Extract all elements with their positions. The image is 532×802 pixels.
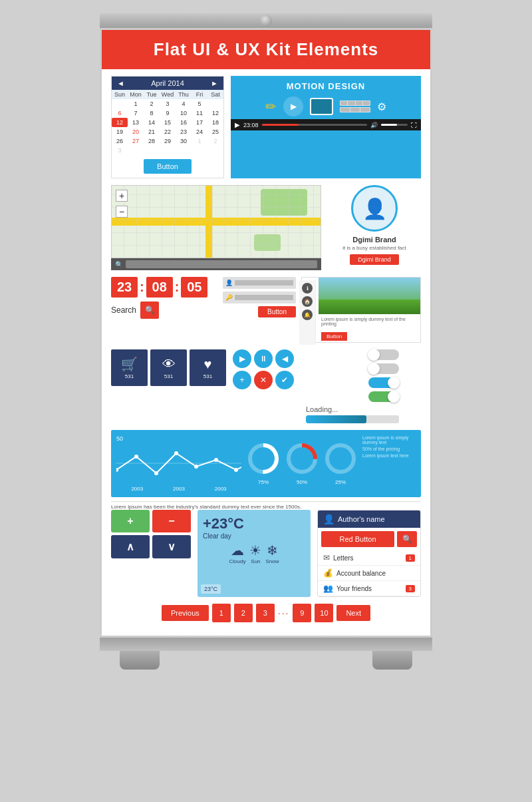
next-button[interactable]: Next [336, 605, 370, 621]
info-img-grass [319, 300, 420, 314]
donut-svg-75 [247, 442, 280, 475]
vc-volume-icon[interactable]: 🔊 [370, 122, 378, 128]
map-zoom-in-button[interactable]: + [116, 190, 128, 202]
calc-minus-button[interactable]: − [152, 510, 191, 532]
vc-fullscreen-icon[interactable]: ⛶ [411, 122, 417, 128]
pagination: Previous 1 2 3 ··· 9 10 Next [111, 604, 421, 622]
cal-cell[interactable]: 7 [128, 108, 144, 118]
page-3-button[interactable]: 3 [256, 604, 275, 622]
stand-knob [260, 15, 272, 27]
chart-row: 50 [116, 435, 416, 492]
red-button[interactable]: Red Button [321, 531, 394, 547]
cal-cell[interactable] [207, 99, 223, 108]
cal-cell[interactable]: 30 [176, 136, 192, 146]
cal-cell[interactable]: 22 [160, 127, 176, 136]
cal-cell[interactable]: 11 [192, 108, 207, 118]
info-card-icon-list: ℹ 🏠 🔔 [299, 280, 316, 345]
profile-avatar-circle: 👤 [351, 185, 398, 232]
eye-count: 531 [164, 373, 173, 379]
map-search-input[interactable] [126, 260, 317, 268]
info-card-button[interactable]: Button [321, 332, 347, 341]
cal-cell[interactable]: 24 [192, 127, 207, 136]
cal-cell[interactable]: 28 [144, 136, 160, 146]
info-icon-2[interactable]: 🏠 [302, 296, 313, 307]
calc-plus-button[interactable]: + [111, 510, 150, 532]
page-2-button[interactable]: 2 [234, 604, 253, 622]
toggle-1[interactable] [368, 349, 399, 360]
cal-cell[interactable]: 3 [112, 146, 128, 155]
vc-play-btn[interactable]: ▶ [235, 121, 240, 128]
cal-next-btn[interactable]: ► [211, 79, 218, 87]
letters-icon: ✉ [323, 553, 330, 562]
page-10-button[interactable]: 10 [315, 604, 333, 622]
cal-cell[interactable]: 2 [207, 136, 223, 146]
toggle-2[interactable] [368, 363, 399, 374]
map-zoom-out-button[interactable]: − [116, 206, 128, 218]
cal-cell[interactable]: 14 [144, 118, 160, 127]
previous-button[interactable]: Previous [162, 605, 209, 621]
mc-pause-button[interactable]: ⏸ [254, 349, 273, 368]
cal-cell[interactable]: 6 [112, 108, 128, 118]
user-search-button[interactable]: 🔍 [397, 531, 417, 547]
weather-label-cloudy: Cloudy [229, 558, 246, 564]
cal-cell[interactable]: 27 [128, 136, 144, 146]
cal-cell[interactable]: 8 [144, 108, 160, 118]
calc-up-button[interactable]: ∧ [111, 535, 150, 558]
cal-cell[interactable]: 23 [176, 127, 192, 136]
toggle-4[interactable] [368, 391, 399, 402]
form-submit-button[interactable]: Button [258, 306, 296, 317]
cal-day-sun: Sun [112, 90, 128, 99]
cal-cell[interactable]: 15 [160, 118, 176, 127]
info-icon-3[interactable]: 🔔 [302, 309, 313, 320]
cal-cell[interactable]: 16 [176, 118, 192, 127]
cal-cell[interactable]: 1 [128, 99, 144, 108]
mc-play-button[interactable]: ▶ [233, 349, 251, 368]
page-9-button[interactable]: 9 [293, 604, 311, 622]
stand-foot-left [120, 651, 160, 670]
cal-cell-today[interactable]: 12 [112, 118, 128, 127]
letters-label: Letters [333, 554, 354, 562]
cal-cell[interactable]: 10 [176, 108, 192, 118]
mc-add-button[interactable]: + [233, 371, 251, 389]
page-1-button[interactable]: 1 [212, 604, 231, 622]
mc-check-button[interactable]: ✔ [275, 371, 294, 389]
banner-stand: Flat UI & UX Kit Elements ◄ April 2014 ►… [100, 13, 432, 670]
cal-cell[interactable]: 21 [144, 127, 160, 136]
cal-cell[interactable]: 5 [192, 99, 207, 108]
toggle-row-4 [368, 391, 399, 402]
toggle-thumb-1 [368, 349, 380, 361]
vc-progress-bar[interactable] [262, 124, 367, 126]
mc-close-button[interactable]: ✕ [254, 371, 273, 389]
info-icon-1[interactable]: ℹ [302, 283, 313, 294]
cal-cell[interactable]: 4 [176, 99, 192, 108]
cal-cell[interactable]: 17 [192, 118, 207, 127]
cal-cell[interactable]: 3 [160, 99, 176, 108]
cal-cell[interactable]: 19 [112, 127, 128, 136]
calendar-button[interactable]: Button [144, 159, 192, 174]
cal-cell[interactable]: 9 [160, 108, 176, 118]
cal-prev-btn[interactable]: ◄ [117, 79, 124, 87]
cal-cell[interactable]: 13 [128, 118, 144, 127]
cal-day-thu: Thu [176, 90, 192, 99]
weather-desc: Clear day [203, 532, 305, 540]
cal-cell[interactable]: 1 [192, 136, 207, 146]
cal-cell[interactable]: 2 [144, 99, 160, 108]
cal-cell[interactable]: 29 [160, 136, 176, 146]
mc-back-button[interactable]: ◀ [275, 349, 294, 368]
row4: 🛒 531 👁 531 ♥ 531 ▶ ⏸ [111, 349, 421, 423]
video-play-button[interactable]: ▶ [283, 97, 303, 116]
form-field-2[interactable]: 🔑 [223, 292, 296, 303]
list-item-friends: 👥 Your friends 3 [318, 581, 420, 596]
form-field-1[interactable]: 👤 [223, 277, 296, 289]
vc-volume-bar[interactable] [381, 124, 408, 126]
cal-cell[interactable]: 18 [207, 118, 223, 127]
cal-cell[interactable] [112, 99, 128, 108]
cal-cell[interactable]: 25 [207, 127, 223, 136]
calc-down-button[interactable]: ∨ [152, 535, 191, 558]
toggle-3[interactable] [368, 377, 399, 388]
cal-cell[interactable]: 26 [112, 136, 128, 146]
vc-progress-fill [262, 124, 299, 126]
search-button[interactable]: 🔍 [140, 301, 159, 319]
profile-button[interactable]: Dgimi Brand [350, 254, 399, 265]
cal-cell[interactable]: 20 [128, 127, 144, 136]
